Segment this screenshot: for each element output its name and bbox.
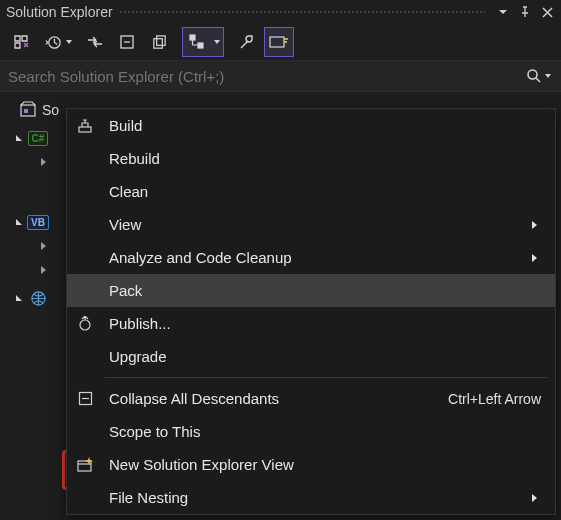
show-all-files-icon[interactable]	[144, 27, 174, 57]
sync-icon[interactable]	[80, 27, 110, 57]
cm-collapse-all[interactable]: Collapse All Descendants Ctrl+Left Arrow	[67, 382, 555, 415]
cm-label: Scope to This	[103, 423, 541, 440]
expander-open-icon[interactable]	[12, 215, 26, 229]
cm-scope[interactable]: Scope to This	[67, 415, 555, 448]
pin-icon[interactable]	[515, 2, 535, 22]
cm-label: Pack	[103, 282, 541, 299]
expander-closed-icon[interactable]	[36, 263, 50, 277]
cm-clean[interactable]: Clean	[67, 175, 555, 208]
csharp-project-icon: C#	[28, 128, 48, 148]
cm-new-view[interactable]: New Solution Explorer View	[67, 448, 555, 481]
cm-label: View	[103, 216, 527, 233]
vb-project-icon: VB	[28, 212, 48, 232]
expander-open-icon[interactable]	[12, 291, 26, 305]
cm-label: Analyze and Code Cleanup	[103, 249, 527, 266]
properties-icon[interactable]	[232, 27, 262, 57]
cm-label: File Nesting	[103, 489, 527, 506]
build-icon	[67, 118, 103, 134]
collapse-all-icon[interactable]	[112, 27, 142, 57]
history-icon[interactable]	[44, 27, 78, 57]
solution-label: So	[42, 102, 59, 118]
svg-rect-4	[190, 35, 195, 40]
cm-upgrade[interactable]: Upgrade	[67, 340, 555, 373]
cm-publish[interactable]: Publish...	[67, 307, 555, 340]
svg-rect-6	[270, 37, 284, 47]
grip-dots[interactable]	[119, 9, 485, 15]
cm-view[interactable]: View	[67, 208, 555, 241]
svg-rect-3	[156, 35, 165, 44]
collapse-icon	[67, 391, 103, 406]
context-menu: Build Rebuild Clean View Analyze and Cod…	[66, 108, 556, 515]
submenu-arrow-icon	[527, 220, 541, 230]
panel-title-bar: Solution Explorer	[0, 0, 561, 24]
cm-rebuild[interactable]: Rebuild	[67, 142, 555, 175]
cm-label: Build	[103, 117, 541, 134]
svg-point-7	[528, 70, 537, 79]
solution-icon	[18, 100, 38, 120]
cm-analyze[interactable]: Analyze and Code Cleanup	[67, 241, 555, 274]
home-icon[interactable]	[6, 27, 36, 57]
toolbar	[0, 24, 561, 60]
submenu-arrow-icon	[527, 253, 541, 263]
cm-shortcut: Ctrl+Left Arrow	[448, 391, 541, 407]
cm-pack[interactable]: Pack	[67, 274, 555, 307]
expander-open-icon[interactable]	[12, 131, 26, 145]
cm-label: Publish...	[103, 315, 541, 332]
chevron-down-icon[interactable]	[544, 72, 552, 80]
cm-label: New Solution Explorer View	[103, 456, 541, 473]
preview-icon[interactable]	[264, 27, 294, 57]
cm-label: Upgrade	[103, 348, 541, 365]
globe-icon	[28, 288, 48, 308]
svg-rect-9	[24, 109, 28, 113]
expander-closed-icon[interactable]	[36, 239, 50, 253]
search-row	[0, 60, 561, 92]
new-view-icon	[67, 457, 103, 473]
class-view-icon[interactable]	[183, 28, 211, 56]
expander-closed-icon[interactable]	[36, 155, 50, 169]
chevron-down-icon[interactable]	[211, 38, 223, 46]
cm-file-nesting[interactable]: File Nesting	[67, 481, 555, 514]
close-icon[interactable]	[537, 2, 557, 22]
cm-label: Collapse All Descendants	[103, 390, 448, 407]
svg-rect-5	[198, 43, 203, 48]
publish-icon	[67, 316, 103, 332]
search-button[interactable]	[517, 68, 561, 84]
svg-rect-11	[79, 127, 91, 132]
cm-build[interactable]: Build	[67, 109, 555, 142]
panel-title: Solution Explorer	[6, 4, 113, 20]
cm-label: Rebuild	[103, 150, 541, 167]
cm-label: Clean	[103, 183, 541, 200]
search-input[interactable]	[0, 68, 517, 85]
svg-point-12	[80, 320, 90, 330]
chevron-down-icon[interactable]	[63, 38, 75, 46]
window-dropdown-icon[interactable]	[493, 2, 513, 22]
submenu-arrow-icon	[527, 493, 541, 503]
svg-rect-2	[153, 38, 162, 47]
menu-separator	[105, 377, 547, 378]
views-combo[interactable]	[182, 27, 224, 57]
